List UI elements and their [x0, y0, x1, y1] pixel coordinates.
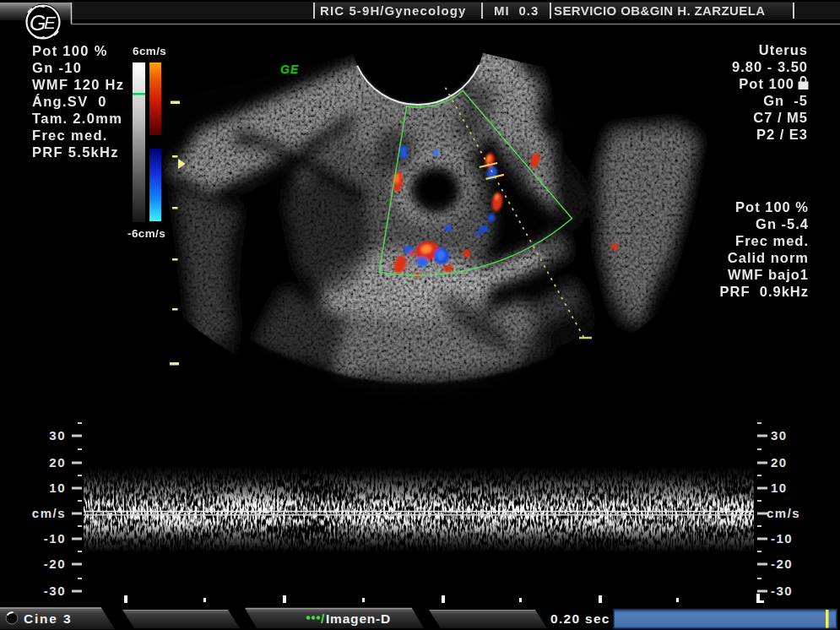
svg-text:Pot 100: Pot 100 [739, 76, 794, 91]
svg-text:E: E [44, 13, 57, 32]
svg-text:Gn -5: Gn -5 [763, 93, 808, 108]
svg-text:Pot 100 %: Pot 100 % [735, 199, 809, 215]
svg-text:Uterus: Uterus [759, 42, 808, 57]
svg-text:PRF 5.5kHz: PRF 5.5kHz [32, 144, 119, 160]
svg-text:cm/s: cm/s [767, 506, 800, 520]
svg-text:10: 10 [771, 481, 788, 495]
svg-text:-20: -20 [771, 557, 793, 571]
svg-text:C7 / M5: C7 / M5 [753, 110, 808, 125]
svg-text:Tam. 2.0mm: Tam. 2.0mm [32, 111, 122, 126]
svg-text:PRF 0.9kHz: PRF 0.9kHz [720, 284, 809, 299]
svg-text:Frec med.: Frec med. [32, 128, 108, 143]
svg-text:GE: GE [280, 62, 299, 76]
svg-text:-10: -10 [44, 531, 66, 546]
svg-text:Cine 3: Cine 3 [24, 611, 72, 626]
svg-text:Gn -5.4: Gn -5.4 [756, 216, 809, 231]
svg-text:SERVICIO OB&GIN H. ZARZUELA: SERVICIO OB&GIN H. ZARZUELA [554, 3, 766, 18]
svg-text:9.80 - 3.50: 9.80 - 3.50 [732, 59, 808, 74]
svg-text:-20: -20 [44, 557, 66, 571]
svg-text:20: 20 [49, 455, 66, 470]
svg-text:/: / [321, 611, 325, 626]
svg-text:10: 10 [49, 481, 66, 495]
svg-text:Calid norm: Calid norm [728, 250, 809, 265]
svg-text:MI 0.3: MI 0.3 [494, 3, 539, 18]
svg-text:RIC 5-9H/Gynecology: RIC 5-9H/Gynecology [320, 3, 466, 18]
svg-text:-6cm/s: -6cm/s [127, 227, 165, 240]
svg-text:P2 / E3: P2 / E3 [756, 127, 808, 142]
svg-text:30: 30 [49, 428, 66, 443]
svg-text:-10: -10 [771, 531, 793, 546]
svg-text:Imagen-D: Imagen-D [326, 611, 391, 626]
svg-text:-30: -30 [44, 584, 66, 598]
svg-text:0.20 sec: 0.20 sec [550, 611, 610, 626]
svg-text:30: 30 [771, 428, 788, 443]
svg-text:6cm/s: 6cm/s [133, 45, 166, 57]
svg-text:Áng.SV 0: Áng.SV 0 [32, 94, 107, 109]
svg-text:20: 20 [771, 455, 788, 470]
svg-text:cm/s: cm/s [32, 506, 66, 520]
svg-text:Gn -10: Gn -10 [32, 60, 82, 75]
svg-text:WMF bajo1: WMF bajo1 [728, 267, 809, 282]
svg-text:Pot 100 %: Pot 100 % [32, 43, 108, 58]
svg-text:WMF 120 Hz: WMF 120 Hz [32, 77, 124, 92]
svg-text:-30: -30 [771, 584, 793, 598]
svg-text:Frec med.: Frec med. [735, 233, 809, 248]
